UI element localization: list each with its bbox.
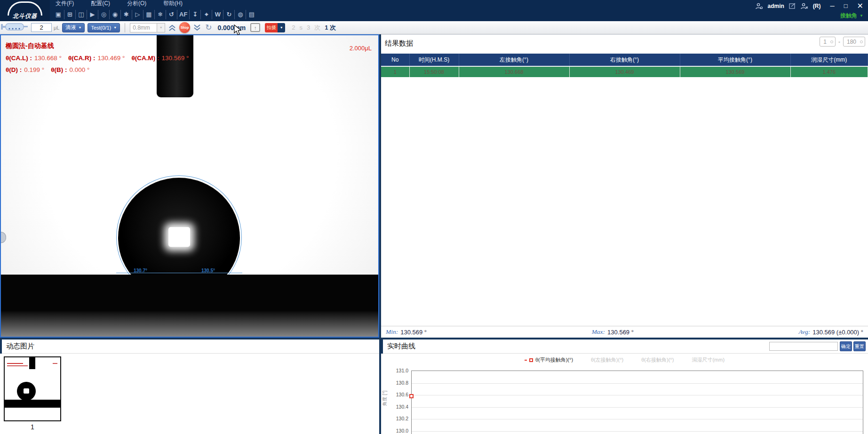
measurement-overlay: 椭圆法-自动基线 θ(CA.L) :130.668 ° θ(CA.R) :130… — [6, 42, 189, 74]
substrate-surface — [1, 275, 379, 311]
legend-label: θ(平均接触角)(°) — [535, 356, 573, 363]
menu-help[interactable]: 帮助(H) — [163, 0, 183, 8]
play-icon[interactable]: ▶ — [87, 10, 98, 19]
move-up-button[interactable] — [168, 24, 176, 32]
reset-position-icon[interactable]: ↻ — [205, 23, 212, 32]
column-header-time[interactable]: 时间(H.M.S) — [409, 54, 459, 66]
frame-thumbnail[interactable] — [4, 356, 61, 421]
run-test-icon[interactable]: ▷ — [132, 10, 143, 19]
stop-button-label: Stop — [181, 25, 189, 30]
ara-mode-icon[interactable]: ◉ — [109, 10, 120, 19]
open-video-icon[interactable]: ◫ — [75, 10, 87, 19]
save-image-icon[interactable]: ⊞ — [64, 10, 75, 19]
data-point-marker — [409, 394, 414, 398]
avg-value: 130.569 (±0.000) ° — [812, 329, 863, 336]
accent-bar — [0, 339, 2, 354]
capture-button-label[interactable]: 拍摄 — [265, 23, 278, 32]
column-header-wetting-size[interactable]: 润湿尺寸(mm) — [790, 54, 868, 66]
contrast-circle-icon[interactable]: ◍ — [234, 10, 246, 19]
camera-record-icon[interactable]: ▦ — [143, 10, 154, 19]
spinner-icon[interactable] — [860, 40, 863, 43]
substrate-reflection — [1, 311, 379, 338]
move-down-button[interactable] — [193, 24, 201, 32]
panel-splitter-handle[interactable] — [1, 232, 6, 243]
liquid-dropdown[interactable]: 滴液 ▼ — [62, 23, 85, 32]
column-header-left-angle[interactable]: 左接触角(°) — [459, 54, 569, 66]
legend-item-mean-angle[interactable]: θ(平均接触角)(°) — [525, 356, 573, 363]
pin-icon[interactable]: ⌖ — [200, 10, 212, 19]
chevron-down-icon[interactable]: ▼ — [278, 23, 285, 32]
mode-selector[interactable]: 接触角 ▼ — [840, 12, 863, 20]
stage-up-button[interactable]: ↑ — [250, 23, 260, 32]
legend-item-left-angle[interactable]: θ(左接触角)(°) — [591, 356, 623, 363]
autofocus-icon[interactable]: AF — [177, 10, 189, 19]
minimize-button[interactable]: ─ — [830, 2, 835, 9]
main-toolbar: ▣ ⊞ ◫ ▶ ◎ ◉ ✱ ▷ ▦ ❄ ↺ AF ↧ ⌖ W ↻ ◍ ▤ — [53, 8, 257, 21]
username: admin — [768, 3, 784, 9]
accent-bar — [381, 339, 383, 354]
volume-unit: μL — [54, 25, 59, 31]
edit-user-icon[interactable] — [789, 3, 796, 9]
stop-button[interactable]: Stop — [179, 22, 190, 33]
column-header-right-angle[interactable]: 右接触角(°) — [569, 54, 680, 66]
syringe-icon — [1, 22, 28, 33]
loop-icon[interactable]: ↺ — [166, 10, 177, 19]
curve-filter-input[interactable] — [769, 342, 838, 351]
legend-marker-line — [525, 360, 527, 361]
chart-plot — [411, 371, 863, 434]
open-image-icon[interactable]: ▣ — [53, 10, 64, 19]
baseline-left-angle: 130.7° — [134, 268, 147, 273]
ct-mode-icon[interactable]: ◎ — [98, 10, 109, 19]
method-label: 椭圆法-自动基线 — [6, 42, 189, 50]
settings-gear-icon[interactable]: ✱ — [120, 10, 132, 19]
remove-user-icon[interactable] — [801, 3, 808, 9]
menu-bar: 文件(F) 配置(C) 分析(O) 帮助(H) — [56, 0, 183, 7]
page-start-input[interactable]: 1 — [820, 37, 836, 47]
maximize-button[interactable]: □ — [844, 2, 848, 9]
results-title: 结果数据 — [385, 39, 413, 48]
dropper-icon[interactable]: ↧ — [189, 10, 200, 19]
gridline — [412, 431, 863, 432]
y-tick: 130.2 — [389, 416, 408, 421]
user-gear-icon[interactable] — [756, 3, 763, 9]
report-icon[interactable]: ▤ — [246, 10, 257, 19]
interval-unit: s — [300, 24, 303, 31]
close-button[interactable]: ✕ — [857, 1, 863, 10]
confirm-button[interactable]: 确定 — [840, 341, 852, 351]
ca-mean-value: 130.569 ° — [162, 55, 189, 62]
ca-mean-label: θ(CA.M) : — [131, 55, 159, 62]
y-tick: 130.4 — [389, 404, 408, 410]
column-header-mean-angle[interactable]: 平均接触角(°) — [680, 54, 790, 66]
freeze-frame-icon[interactable]: ❄ — [154, 10, 166, 19]
thumbnail-needle — [29, 357, 35, 369]
logo-text: 北斗仪器 — [0, 12, 50, 20]
menu-analysis[interactable]: 分析(O) — [127, 0, 146, 8]
menu-file[interactable]: 文件(F) — [56, 0, 74, 8]
legend-item-wetting-size[interactable]: 润湿尺寸(mm) — [692, 356, 725, 363]
menu-config[interactable]: 配置(C) — [91, 0, 110, 8]
theta-d-label: θ(D) : — [6, 66, 22, 73]
needle-size-dropdown[interactable]: 0.8mm ▼ — [130, 23, 165, 32]
chart-legend: θ(平均接触角)(°) θ(左接触角)(°) θ(右接触角)(°) 润湿尺寸(m… — [381, 356, 868, 363]
min-value: 130.569 ° — [400, 329, 427, 336]
refresh-icon[interactable]: ↻ — [223, 10, 234, 19]
volume-input[interactable] — [31, 23, 52, 32]
gridline — [412, 383, 863, 384]
thumbnail-overlay-text — [7, 363, 23, 364]
legend-label: θ(左接触角)(°) — [591, 356, 623, 363]
thumbnail-droplet — [17, 382, 36, 401]
table-row[interactable]: 1 15:50:08 130.668 130.469 130.569 1.476 — [381, 66, 868, 77]
test-dropdown[interactable]: Test(0/1) ▼ — [88, 23, 120, 32]
capture-split-button[interactable]: 拍摄 ▼ — [265, 23, 285, 32]
word-export-icon[interactable]: W — [212, 10, 223, 19]
ca-right-value: 130.469 ° — [98, 55, 125, 62]
spinner-icon[interactable] — [830, 40, 833, 43]
legend-item-right-angle[interactable]: θ(右接触角)(°) — [641, 356, 674, 363]
reset-button[interactable]: 重置 — [853, 341, 866, 351]
column-header-no[interactable]: No — [381, 54, 409, 66]
camera-view[interactable]: 130.7° 130.5° 椭圆法-自动基线 θ(CA.L) :130.668 … — [0, 34, 379, 338]
page-end-input[interactable]: 180 — [843, 37, 865, 47]
role-badge: (R) — [813, 3, 821, 9]
realtime-curve-panel: 实时曲线 确定 重置 θ(平均接触角)(°) θ(左接触角)(°) θ(右接触角… — [381, 339, 868, 434]
legend-marker-square — [529, 358, 533, 362]
